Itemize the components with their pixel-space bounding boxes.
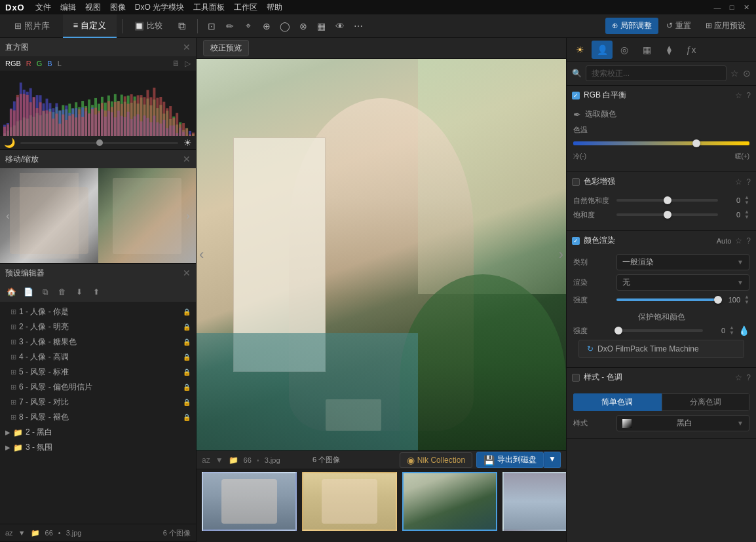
tab-customize[interactable]: ≡ 自定义 <box>63 14 117 38</box>
filmstrip-item-1[interactable]: ⚑ 1.jpg <box>202 472 297 542</box>
status-az-icon[interactable]: az <box>5 529 13 537</box>
rt-detail-icon[interactable]: ◎ <box>614 41 635 59</box>
hist-g-channel[interactable]: G <box>37 60 43 67</box>
color-tone-help[interactable]: ? <box>746 373 751 382</box>
hist-settings-icon[interactable]: ▷ <box>185 59 191 68</box>
preset-home-btn[interactable]: 🏠 <box>4 285 18 299</box>
rendering-dropdown[interactable]: 无 ▼ <box>616 274 749 291</box>
filmstrip-thumb-4[interactable] <box>502 472 566 531</box>
sat-track[interactable] <box>616 213 718 216</box>
color-rendering-header[interactable]: ✓ 颜色渲染 Auto ☆ ? <box>567 231 756 250</box>
filmstrip-thumb-1[interactable] <box>202 472 297 531</box>
split-tone-tab[interactable]: 分离色调 <box>662 393 750 411</box>
color-tone-star[interactable]: ☆ <box>735 373 742 382</box>
protect-thumb[interactable] <box>614 327 622 334</box>
nik-collection-button[interactable]: ◉ Nik Collection <box>400 452 472 468</box>
color-boost-star[interactable]: ☆ <box>735 177 742 187</box>
rt-color-icon[interactable]: 👤 <box>592 41 613 59</box>
reset-tab[interactable]: ↺ 重置 <box>660 18 697 34</box>
natural-sat-thumb[interactable] <box>664 196 671 204</box>
intensity-down[interactable]: ▼ <box>744 300 749 305</box>
color-boost-toggle[interactable] <box>572 178 580 186</box>
preset-group-bw[interactable]: ▶ 📁 2 - 黑白 <box>0 425 196 440</box>
preset-export-btn[interactable]: ⬆ <box>89 285 104 299</box>
hist-r-channel[interactable]: R <box>26 60 31 67</box>
straighten-tool[interactable]: ✏ <box>221 18 238 35</box>
compare-button[interactable]: 🔲 比较 <box>128 17 169 35</box>
filmstrip-az-icon[interactable]: az <box>202 456 210 465</box>
intensity-spinner[interactable]: ▲ ▼ <box>744 295 749 305</box>
watermark-tool[interactable]: ▦ <box>313 18 330 35</box>
local-adjust-tab[interactable]: ⊕ 局部调整 <box>605 18 658 34</box>
color-rendering-help[interactable]: ? <box>746 236 751 245</box>
search-star-icon[interactable]: ☆ <box>730 68 739 79</box>
crop-tool[interactable]: ⊡ <box>203 18 220 35</box>
tab-library[interactable]: ⊞ 照片库 <box>4 14 60 38</box>
preset-item-8[interactable]: ⊞ 8 - 风景 - 褪色 🔒 <box>0 410 196 425</box>
status-filter-icon[interactable]: ▼ <box>18 529 26 537</box>
redeye-tool[interactable]: ⌖ <box>240 18 257 35</box>
hist-l-channel[interactable]: L <box>58 60 62 67</box>
color-boost-header[interactable]: 色彩增强 ☆ ? <box>567 172 756 191</box>
apply-preset-tab[interactable]: ⊞ 应用预设 <box>699 18 752 34</box>
color-tone-header[interactable]: 样式 - 色调 ☆ ? <box>567 368 756 387</box>
eyedropper-icon[interactable]: ✒ <box>573 109 581 120</box>
filmstrip-item-4[interactable]: ⚑ 4.jpg <box>502 472 566 542</box>
menu-tools[interactable]: 工具面板 <box>193 2 225 13</box>
white-balance-toggle[interactable]: ✓ <box>572 92 580 99</box>
color-tone-toggle[interactable] <box>572 374 580 382</box>
menu-optics[interactable]: DxO 光学模块 <box>135 2 184 13</box>
intensity-track[interactable] <box>616 298 718 301</box>
white-balance-header[interactable]: ✓ RGB 白平衡 ☆ ? <box>567 86 756 105</box>
protect-down[interactable]: ▼ <box>729 331 734 336</box>
rt-effects-icon[interactable]: ⧫ <box>658 41 679 59</box>
preset-editor-close[interactable]: ✕ <box>183 268 191 278</box>
protect-track[interactable] <box>616 329 703 332</box>
menu-edit[interactable]: 编辑 <box>60 2 76 13</box>
prev-image-arrow[interactable]: ‹ <box>199 246 204 263</box>
natural-sat-track[interactable] <box>616 199 718 202</box>
search-input[interactable] <box>586 65 727 81</box>
movezoom-prev[interactable]: ‹ <box>1 210 14 222</box>
simple-tone-tab[interactable]: 简单色调 <box>573 393 662 411</box>
natural-sat-down[interactable]: ▼ <box>744 200 749 206</box>
filmstrip-item-2[interactable]: ⚑ 2.jpg <box>302 472 397 542</box>
preset-delete-btn[interactable]: 🗑 <box>55 285 69 299</box>
search-settings-icon[interactable]: ⊙ <box>743 68 751 79</box>
repair-tool[interactable]: ⊕ <box>258 18 275 35</box>
histogram-close[interactable]: ✕ <box>183 42 191 52</box>
hist-rgb-channel[interactable]: RGB <box>5 60 21 67</box>
eye-tool[interactable]: 👁 <box>331 18 349 35</box>
filmstrip-thumb-3[interactable] <box>402 472 497 531</box>
intensity-thumb[interactable] <box>714 296 722 304</box>
natural-sat-spinner[interactable]: ▲ ▼ <box>744 195 749 206</box>
filmpack-button[interactable]: ↻ DxO FilmPack Time Machine <box>578 340 744 358</box>
preset-item-3[interactable]: ⊞ 3 - 人像 - 糖果色 🔒 <box>0 334 196 350</box>
color-rendering-star[interactable]: ☆ <box>735 236 742 245</box>
preset-item-2[interactable]: ⊞ 2 - 人像 - 明亮 🔒 <box>0 319 196 334</box>
close-button[interactable]: ✕ <box>742 3 751 12</box>
protect-spinner[interactable]: ▲ ▼ <box>729 325 734 336</box>
filmstrip-filter-icon[interactable]: ▼ <box>216 456 223 465</box>
color-rendering-toggle[interactable]: ✓ <box>572 237 580 245</box>
preset-item-4[interactable]: ⊞ 4 - 人像 - 高调 🔒 <box>0 350 196 365</box>
maximize-button[interactable]: □ <box>727 3 736 12</box>
white-balance-help[interactable]: ? <box>746 91 751 100</box>
color-boost-help[interactable]: ? <box>746 177 751 187</box>
rt-light-icon[interactable]: ☀ <box>569 41 590 59</box>
next-image-arrow[interactable]: › <box>559 246 563 263</box>
split-button[interactable]: ⧉ <box>172 17 192 35</box>
movezoom-left-thumb[interactable] <box>0 168 98 263</box>
correction-preview-button[interactable]: 校正预览 <box>203 40 249 56</box>
menu-workspace[interactable]: 工作区 <box>234 2 257 13</box>
more-tools[interactable]: ⋯ <box>350 18 367 35</box>
export-to-disk-button[interactable]: 💾 导出到磁盘 <box>476 452 544 468</box>
menu-view[interactable]: 视图 <box>85 2 101 13</box>
sat-thumb[interactable] <box>664 211 671 219</box>
vignette-tool[interactable]: ◯ <box>276 18 293 35</box>
blur-tool[interactable]: ⊗ <box>295 18 312 35</box>
temp-slider-track[interactable] <box>573 141 749 145</box>
menu-help[interactable]: 帮助 <box>267 2 282 13</box>
preset-item-1[interactable]: ⊞ 1 - 人像 - 你是 🔒 <box>0 304 196 319</box>
white-balance-star[interactable]: ☆ <box>735 91 742 100</box>
